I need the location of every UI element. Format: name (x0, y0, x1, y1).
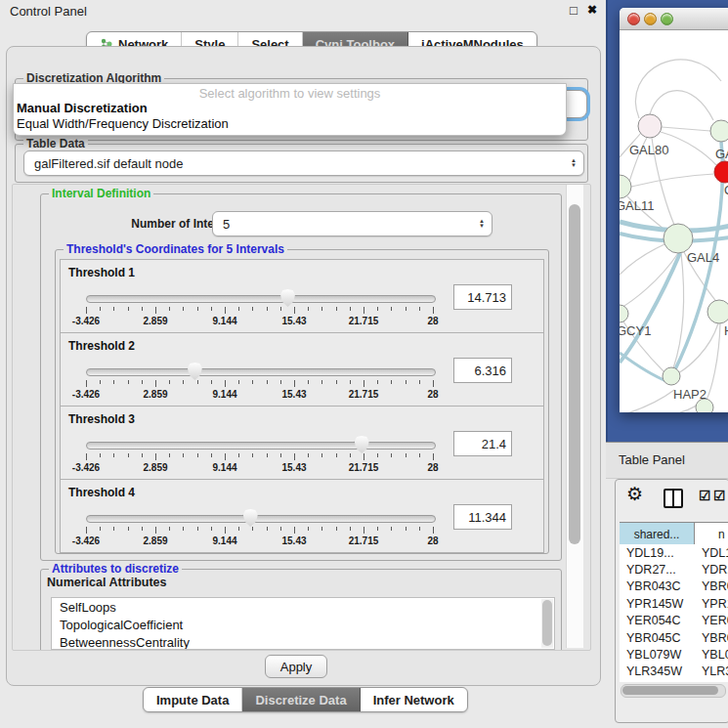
threshold-slider-track[interactable] (86, 368, 436, 376)
gear-icon[interactable]: ⚙ (626, 483, 643, 505)
popup-item-manual-discretization[interactable]: Manual Discretization (17, 101, 148, 115)
network-node[interactable] (620, 175, 631, 198)
table-row[interactable]: YDR27...YDR2 (620, 561, 728, 578)
table-row[interactable]: YPR145WYPR1 (620, 595, 728, 612)
tick-mark (280, 380, 281, 384)
network-edge[interactable] (631, 174, 714, 187)
threshold-slider-thumb[interactable] (355, 436, 369, 453)
list-item[interactable]: BetweennessCentrality (52, 633, 554, 650)
table-data-group: Table Data galFiltered.sif default node … (15, 144, 588, 183)
threshold-panel-1: Threshold 1-3.4262.8599.14415.4321.71528… (60, 259, 544, 333)
network-canvas[interactable]: GAL80GACGAL11GAL4GCY1HHAP2 (620, 30, 728, 412)
attribute-list-scrollbar[interactable] (541, 599, 553, 648)
network-edge[interactable] (650, 91, 713, 120)
network-node[interactable] (663, 367, 680, 385)
close-traffic-light-icon[interactable] (627, 13, 640, 25)
tick-label: 21.715 (349, 462, 379, 473)
threshold-value-field[interactable]: 6.316 (453, 358, 512, 383)
arrow-down-icon: ▼ (571, 163, 577, 168)
float-window-icon[interactable]: □ (570, 3, 578, 18)
right-side: GAL80GACGAL11GAL4GCY1HHAP2 Table Panel ⚙… (606, 0, 728, 728)
tick-label: 9.144 (212, 316, 236, 326)
network-node[interactable] (620, 305, 628, 322)
cell-name: YLR3 (695, 664, 728, 678)
threshold-panel-3: Threshold 3-3.4262.8599.14415.4321.71528… (60, 406, 544, 480)
network-edge[interactable] (635, 60, 721, 118)
number-of-intervals-value: 5 (223, 217, 230, 232)
column-header-shared-name[interactable]: shared... (620, 523, 695, 545)
checkbox-icon[interactable]: ☑ (713, 488, 726, 503)
network-edge[interactable] (662, 127, 710, 131)
list-item[interactable]: SelfLoops (52, 598, 554, 616)
threshold-value-field[interactable]: 11.344 (453, 504, 512, 530)
column-header-name[interactable]: n (695, 523, 728, 545)
list-item[interactable]: TopologicalCoefficient (52, 616, 554, 633)
network-node[interactable] (710, 120, 728, 142)
network-edge[interactable] (620, 243, 666, 275)
threshold-value-field[interactable]: 21.4 (453, 431, 512, 456)
thresholds-group-title: Threshold's Coordinates for 5 Intervals (64, 242, 287, 256)
tick-mark (280, 527, 281, 531)
network-node[interactable] (707, 300, 728, 323)
table-row[interactable]: YLR345WYLR3 (620, 664, 728, 680)
table-data-group-title: Table Data (23, 137, 88, 150)
tick-mark (350, 527, 351, 531)
arrow-down-icon: ▼ (479, 224, 485, 229)
threshold-slider-track[interactable] (86, 295, 436, 303)
tick-mark (252, 527, 253, 531)
network-node[interactable] (664, 224, 693, 253)
table-panel-header: Table Panel (606, 442, 728, 479)
tick-label: 28 (427, 535, 438, 546)
table-row[interactable]: YER054CYER0 (620, 613, 728, 629)
threshold-slider-thumb[interactable] (243, 509, 258, 527)
minimize-traffic-light-icon[interactable] (644, 13, 657, 25)
scrollbar-thumb[interactable] (569, 204, 580, 544)
table-horizontal-scrollbar[interactable] (621, 684, 726, 698)
close-icon[interactable]: ✖ (587, 3, 597, 17)
popup-item-equal-width-frequency[interactable]: Equal Width/Frequency Discretization (17, 116, 229, 131)
table-row[interactable]: YBL079WYBL0 (620, 646, 728, 663)
number-of-intervals-combobox[interactable]: 5 ▲ ▼ (212, 211, 492, 236)
cell-shared-name: YPR145W (620, 597, 695, 611)
threshold-slider-track[interactable] (86, 515, 436, 523)
checkbox-icon[interactable]: ☑ (699, 488, 711, 503)
tick-mark (336, 380, 337, 384)
tick-mark (294, 380, 295, 387)
network-edge[interactable] (620, 253, 680, 363)
tab-infer-network[interactable]: Infer Network (361, 688, 467, 711)
split-view-icon[interactable] (664, 489, 683, 508)
table-row[interactable]: YDL19...YDL1 (620, 544, 728, 561)
table-row[interactable]: YIL052CYIL0 (620, 680, 728, 682)
tick-mark (86, 380, 87, 387)
network-node[interactable] (638, 114, 662, 138)
threshold-slider-track[interactable] (86, 442, 436, 450)
scrollbar-thumb[interactable] (542, 600, 552, 646)
tab-impute-data[interactable]: Impute Data (144, 688, 242, 711)
network-view-window[interactable]: GAL80GACGAL11GAL4GCY1HHAP2 (620, 8, 728, 412)
scrollbar-thumb[interactable] (622, 686, 718, 695)
tick-label: 9.144 (212, 389, 236, 400)
table-data-combobox[interactable]: galFiltered.sif default node ▲ ▼ (23, 150, 584, 176)
settings-vertical-scrollbar[interactable] (566, 185, 583, 648)
node-label: C (724, 183, 728, 197)
apply-button[interactable]: Apply (265, 655, 327, 678)
combobox-stepper-icon[interactable]: ▲ ▼ (571, 158, 577, 168)
tick-mark (211, 527, 212, 531)
tick-mark (267, 527, 268, 531)
table-row[interactable]: YBR043CYBR0 (620, 578, 728, 595)
threshold-slider-thumb[interactable] (188, 363, 202, 380)
tick-mark (113, 307, 114, 311)
network-edge[interactable] (661, 132, 716, 165)
zoom-traffic-light-icon[interactable] (661, 13, 673, 25)
threshold-slider-thumb[interactable] (280, 289, 295, 307)
network-edge[interactable] (627, 390, 674, 412)
tab-discretize-data[interactable]: Discretize Data (242, 688, 360, 711)
network-edge[interactable] (620, 353, 668, 382)
threshold-value-field[interactable]: 14.713 (453, 284, 512, 310)
network-window-titlebar[interactable] (620, 8, 728, 30)
numerical-attributes-listbox[interactable]: SelfLoopsTopologicalCoefficientBetweenne… (51, 597, 555, 650)
tick-mark (142, 527, 143, 531)
tick-label: 21.715 (349, 389, 379, 400)
table-row[interactable]: YBR045CYBR0 (620, 629, 728, 646)
combobox-stepper-icon[interactable]: ▲ ▼ (479, 219, 485, 229)
